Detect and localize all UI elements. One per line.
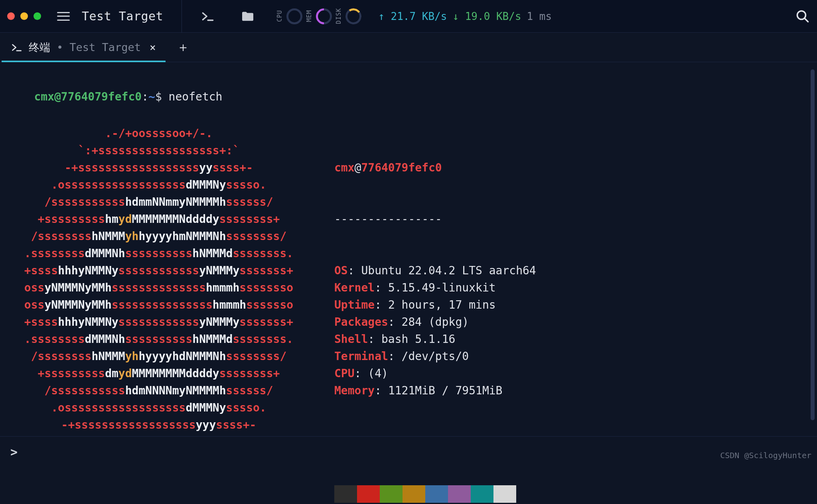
info-row: Terminal: /dev/pts/0 xyxy=(334,348,536,365)
terminal-output[interactable]: cmx@7764079fefc0:~$ neofetch .-/+oosssso… xyxy=(0,62,817,467)
logo-line: /ssssssssssshdmmNNmmyNMMMMhssssss/ xyxy=(7,193,310,211)
color-swatch xyxy=(448,485,471,503)
info-row: OS: Ubuntu 22.04.2 LTS aarch64 xyxy=(334,262,536,279)
info-row: Shell: bash 5.1.16 xyxy=(334,331,536,348)
color-swatch xyxy=(425,485,448,503)
window-title: Test Target xyxy=(82,9,170,23)
menu-button[interactable] xyxy=(57,12,70,21)
logo-line: -+ssssssssssssssssssyyssss+- xyxy=(7,159,310,176)
logo-line: +sssshhhyNMMNyssssssssssssyNMMMysssssss+ xyxy=(7,313,310,331)
tab-bullet: • xyxy=(57,41,63,53)
disk-gauge-icon xyxy=(344,7,363,25)
logo-line: .ossssssssssssssssssdMMMNysssso. xyxy=(7,399,310,416)
search-icon[interactable] xyxy=(795,9,810,24)
scrollbar[interactable] xyxy=(811,69,815,420)
prompt-line: cmx@7764079fefc0:~$ neofetch xyxy=(7,71,810,122)
terminal-icon[interactable] xyxy=(194,5,222,28)
net-latency: 1 ms xyxy=(527,10,552,22)
logo-line: .ssssssssdMMMNhsssssssssshNMMMdssssssss. xyxy=(7,331,310,348)
maximize-window-button[interactable] xyxy=(34,12,41,20)
color-swatch xyxy=(471,485,493,503)
logo-line: .ssssssssdMMMNhsssssssssshNMMMdssssssss. xyxy=(7,245,310,262)
divider xyxy=(182,0,182,33)
logo-line: ossyNMMMNyMMhssssssssssssssshmmmhsssssso xyxy=(7,296,310,313)
logo-line: -+ssssssssssssssssssyyyssss+- xyxy=(7,416,310,433)
logo-line: /sssssssshNMMMyhhyyyyhmNMMMNhssssssss/ xyxy=(7,228,310,245)
logo-line: .ossssssssssssssssssdMMMNysssso. xyxy=(7,176,310,193)
info-host: cmx@7764079fefc0 xyxy=(334,159,536,176)
prompt-path: ~ xyxy=(148,90,155,103)
info-row: Kernel: 5.15.49-linuxkit xyxy=(334,279,536,296)
watermark: CSDN @ScilogyHunter xyxy=(720,447,811,464)
minimize-window-button[interactable] xyxy=(20,12,28,20)
new-tab-button[interactable]: ＋ xyxy=(166,33,201,62)
prompt-chevron-icon: > xyxy=(10,443,18,461)
prompt-symbol: $ xyxy=(155,90,162,103)
logo-line: `:+ssssssssssssssssss+:` xyxy=(7,142,310,159)
color-swatch xyxy=(380,485,403,503)
info-row: CPU: (4) xyxy=(334,365,536,382)
color-swatch xyxy=(493,485,516,503)
mem-gauge-icon xyxy=(313,5,335,28)
close-window-button[interactable] xyxy=(7,12,15,20)
logo-line: .-/+oossssoo+/-. xyxy=(7,125,310,142)
tab-crumb: Test Target xyxy=(69,41,141,53)
logo-line: ossyNMMMNyMMhsssssssssssssshmmmhssssssso xyxy=(7,279,310,296)
color-swatch xyxy=(403,485,425,503)
tab-bar: 终端 • Test Target × ＋ xyxy=(0,33,817,62)
color-swatch xyxy=(334,485,357,503)
info-separator: ---------------- xyxy=(334,211,536,228)
info-row: Memory: 1121MiB / 7951MiB xyxy=(334,382,536,399)
logo-line: +sssssssssdmydMMMMMMMMddddyssssssss+ xyxy=(7,365,310,382)
info-row: Packages: 284 (dpkg) xyxy=(334,313,536,331)
cpu-label: CPU xyxy=(276,10,283,22)
svg-line-2 xyxy=(805,18,808,22)
cpu-gauge-icon xyxy=(286,8,302,24)
titlebar: Test Target CPU MEM DISK ↑ 21.7 KB/s ↓ 1… xyxy=(0,0,817,33)
tab-terminal[interactable]: 终端 • Test Target × xyxy=(2,33,166,62)
mem-label: MEM xyxy=(306,10,313,22)
terminal-icon xyxy=(11,43,22,52)
system-monitors: CPU MEM DISK xyxy=(276,8,361,24)
info-row: Uptime: 2 hours, 17 mins xyxy=(334,296,536,313)
logo-line: +ssssssssshmydMMMMMMMNddddyssssssss+ xyxy=(7,211,310,228)
net-up: ↑ 21.7 KB/s xyxy=(378,10,447,22)
folder-icon[interactable] xyxy=(234,5,262,28)
color-swatch xyxy=(357,485,380,503)
logo-line: /ssssssssssshdmNNNNmyNMMMMhssssss/ xyxy=(7,382,310,399)
logo-line: /sssssssshNMMMyhhyyyyhdNMMMNhssssssss/ xyxy=(7,348,310,365)
command-input-bar[interactable]: > xyxy=(0,436,817,467)
close-icon[interactable]: × xyxy=(150,41,156,53)
net-down: ↓ 19.0 KB/s xyxy=(452,10,521,22)
disk-label: DISK xyxy=(335,8,342,24)
network-stats: ↑ 21.7 KB/s ↓ 19.0 KB/s 1 ms xyxy=(378,10,552,22)
tab-label: 终端 xyxy=(29,40,50,55)
window-controls xyxy=(7,12,41,20)
prompt-command: neofetch xyxy=(169,90,223,103)
prompt-user-host: cmx@7764079fefc0 xyxy=(34,90,142,103)
logo-line: +sssshhhyNMMNyssssssssssssyNMMMysssssss+ xyxy=(7,262,310,279)
